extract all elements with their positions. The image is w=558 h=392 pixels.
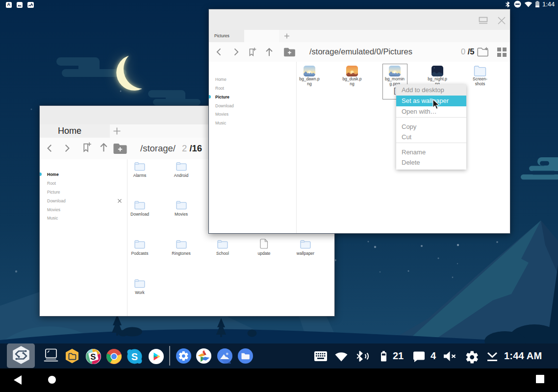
svg-text:S: S	[131, 351, 138, 362]
svg-text:S: S	[90, 352, 96, 361]
